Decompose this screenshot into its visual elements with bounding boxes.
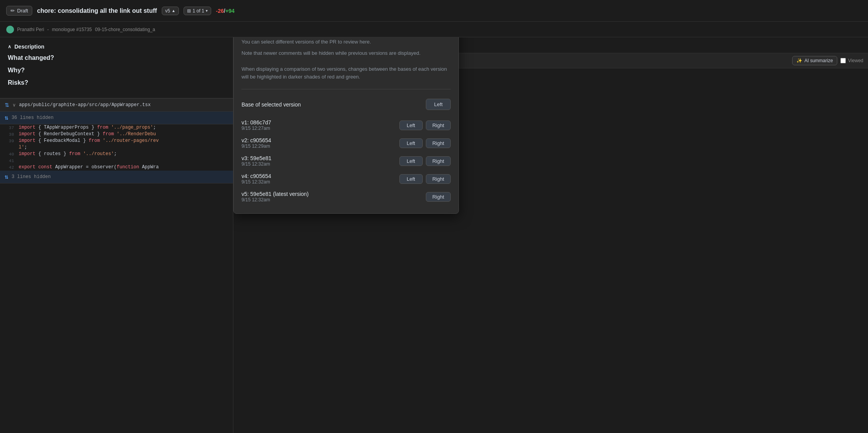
version-time-v1: 9/15 12:27am	[242, 126, 399, 131]
commits-badge[interactable]: ⊞ 1 of 1 ▾	[184, 7, 211, 15]
line-content: import { routes } from '../routes';	[19, 151, 233, 157]
versions-desc2: Note that newer comments will be hidden …	[242, 49, 451, 58]
line-number: 41	[0, 158, 19, 163]
line-content: import { TAppWrapperProps } from '../pag…	[19, 125, 233, 130]
chevron-up-icon: ∧	[8, 44, 11, 49]
diff-plus: +94	[225, 8, 234, 14]
base-version-row: Base of selected version Left	[242, 96, 451, 113]
version-info-v5: v5: 59e5e81 (latest version) 9/15 12:32a…	[242, 191, 426, 203]
v3-right-button[interactable]: Right	[426, 156, 451, 166]
viewed-checkbox[interactable]: Viewed	[840, 58, 863, 63]
version-time-v3: 9/15 12:32am	[242, 161, 399, 167]
sparkle-icon: ✨	[796, 58, 802, 63]
pr-title: chore: consolidating all the link out st…	[37, 7, 157, 14]
v3-buttons: Left Right	[399, 156, 451, 166]
code-line: 38 import { RenderDebugContext } from '.…	[0, 131, 233, 138]
diff-stats: -26/+94	[216, 8, 234, 14]
code-line: l';	[0, 144, 233, 151]
v5-buttons: Right	[426, 192, 451, 202]
code-line: 42 export const AppWrapper = observer(fu…	[0, 164, 233, 171]
v1-right-button[interactable]: Right	[426, 120, 451, 130]
version-arrow-icon: ▲	[172, 9, 175, 13]
v3-left-button[interactable]: Left	[399, 156, 423, 166]
edit-icon: ✏	[10, 8, 15, 14]
base-left-button[interactable]: Left	[426, 99, 451, 110]
description-section: ∧ Description What changed? Why? Risks?	[0, 37, 233, 98]
version-label-v1: v1: 086c7d7	[242, 119, 399, 126]
version-time-v4: 9/15 12:32am	[242, 179, 399, 185]
description-label: Description	[14, 44, 44, 50]
file-section: ⇅ ∨ apps/public/graphite-app/src/app/App…	[0, 98, 233, 183]
sub-header: Pranathi Peri - monologue #15735 09-15-c…	[0, 22, 868, 37]
versions-panel: Versions V You can select different vers…	[233, 37, 459, 214]
version-row-v2: v2: c905654 9/15 12:29am Left Right	[242, 134, 451, 152]
version-label-v5: v5: 59e5e81 (latest version)	[242, 191, 426, 197]
code-line: 39 import { FeedbackModal } from '../rou…	[0, 138, 233, 144]
v4-buttons: Left Right	[399, 174, 451, 184]
version-row-v1: v1: 086c7d7 9/15 12:27am Left Right	[242, 116, 451, 134]
version-info-v3: v3: 59e5e81 9/15 12:32am	[242, 155, 399, 167]
line-number: 39	[0, 138, 19, 143]
line-number: 40	[0, 151, 19, 157]
version-info-v1: v1: 086c7d7 9/15 12:27am	[242, 119, 399, 131]
separator: -	[47, 27, 49, 32]
expand-arrows-icon: ⇅	[5, 114, 9, 122]
diff-minus: -26	[216, 8, 224, 14]
why-heading: Why?	[8, 67, 225, 74]
version-row-v4: v4: c905654 9/15 12:32am Left Right	[242, 170, 451, 188]
version-label-v4: v4: c905654	[242, 173, 399, 179]
v5-right-button[interactable]: Right	[426, 192, 451, 202]
draft-badge[interactable]: ✏ Draft	[6, 6, 32, 16]
expand-arrows-bottom-icon: ⇅	[5, 173, 9, 181]
hidden-lines-top-bar[interactable]: ⇅ 36 lines hidden	[0, 112, 233, 124]
collapse-icon[interactable]: ∨	[12, 102, 16, 108]
versions-desc3: When displaying a comparison of two vers…	[242, 65, 451, 82]
version-badge[interactable]: v5 ▲	[162, 7, 179, 15]
line-content: l';	[19, 145, 233, 150]
v1-left-button[interactable]: Left	[399, 120, 423, 130]
commits-stack-icon: ⊞	[187, 8, 191, 14]
header-bar: ✏ Draft chore: consolidating all the lin…	[0, 0, 868, 22]
commits-dropdown-icon: ▾	[206, 9, 208, 13]
line-number: 42	[0, 164, 19, 170]
expand-icon[interactable]: ⇅	[5, 102, 9, 108]
v4-right-button[interactable]: Right	[426, 174, 451, 184]
hidden-lines-bottom-bar[interactable]: ⇅ 3 lines hidden	[0, 171, 233, 183]
versions-desc1: You can select different versions of the…	[242, 38, 451, 46]
code-line: 41	[0, 157, 233, 164]
right-panel: -0/+9 Auto: TypeScript ✨ AI summarize Vi…	[233, 37, 868, 433]
version-label-v2: v2: c905654	[242, 137, 399, 143]
avatar	[6, 26, 14, 33]
line-content: export const AppWrapper = observer(funct…	[19, 164, 233, 170]
line-number: 37	[0, 125, 19, 130]
main-content: ∧ Description What changed? Why? Risks? …	[0, 37, 868, 433]
line-content: import { FeedbackModal } from '../router…	[19, 138, 233, 143]
line-number	[0, 145, 19, 145]
file-path: apps/public/graphite-app/src/app/AppWrap…	[19, 102, 150, 108]
risks-heading: Risks?	[8, 79, 225, 86]
description-header[interactable]: ∧ Description	[8, 44, 225, 50]
version-row-v5: v5: 59e5e81 (latest version) 9/15 12:32a…	[242, 188, 451, 206]
version-row-v3: v3: 59e5e81 9/15 12:32am Left Right	[242, 152, 451, 170]
branch-path: 09-15-chore_consolidating_a	[95, 27, 155, 32]
ai-summarize-label: AI summarize	[805, 58, 833, 63]
viewed-input[interactable]	[840, 58, 846, 63]
version-time-v2: 9/15 12:29am	[242, 143, 399, 149]
code-line: 37 import { TAppWrapperProps } from '../…	[0, 124, 233, 131]
v4-left-button[interactable]: Left	[399, 174, 423, 184]
version-info-v2: v2: c905654 9/15 12:29am	[242, 137, 399, 149]
version-label: v5	[165, 8, 170, 14]
draft-label: Draft	[17, 8, 28, 14]
author-name: Pranathi Peri	[17, 27, 44, 32]
code-area: ⇅ 36 lines hidden 37 import { TAppWrappe…	[0, 112, 233, 183]
base-label: Base of selected version	[242, 101, 301, 108]
line-number: 38	[0, 131, 19, 137]
line-content: import { RenderDebugContext } from '../R…	[19, 131, 233, 137]
hidden-lines-top-text: 36 lines hidden	[12, 115, 54, 120]
version-info-v4: v4: c905654 9/15 12:32am	[242, 173, 399, 185]
commits-label: 1 of 1	[192, 8, 204, 14]
ai-summarize-button[interactable]: ✨ AI summarize	[792, 56, 837, 65]
hidden-lines-bottom-text: 3 lines hidden	[12, 174, 51, 180]
v2-right-button[interactable]: Right	[426, 138, 451, 148]
v2-left-button[interactable]: Left	[399, 138, 423, 148]
